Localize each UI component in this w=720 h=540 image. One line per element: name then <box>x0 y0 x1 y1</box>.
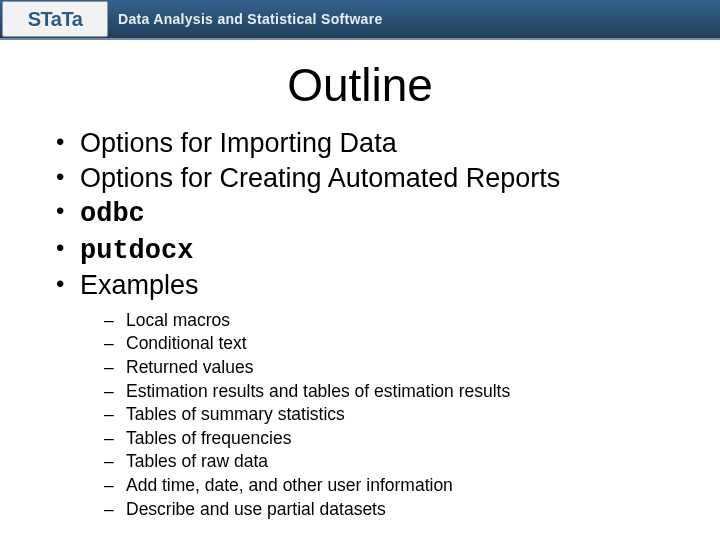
bullet-item: Options for Creating Automated Reports <box>52 161 680 196</box>
sub-item: Local macros <box>100 309 680 333</box>
bullet-item: odbc <box>52 195 680 232</box>
stata-logo-text: STaTa <box>28 8 83 31</box>
sub-item: Tables of frequencies <box>100 427 680 451</box>
sub-item: Add time, date, and other user informati… <box>100 474 680 498</box>
slide-body: Outline Options for Importing Data Optio… <box>0 40 720 521</box>
bullet-item: putdocx <box>52 232 680 269</box>
outline-sublist: Local macros Conditional text Returned v… <box>40 309 680 522</box>
outline-list: Options for Importing Data Options for C… <box>40 126 680 303</box>
code-text: odbc <box>80 199 145 229</box>
sub-item: Tables of raw data <box>100 450 680 474</box>
sub-item: Tables of summary statistics <box>100 403 680 427</box>
stata-logo: STaTa <box>2 1 108 37</box>
sub-item: Conditional text <box>100 332 680 356</box>
sub-item: Estimation results and tables of estimat… <box>100 380 680 404</box>
bullet-item: Examples <box>52 268 680 303</box>
header-banner: STaTa Data Analysis and Statistical Soft… <box>0 0 720 40</box>
code-text: putdocx <box>80 236 193 266</box>
tagline-text: Data Analysis and Statistical Software <box>118 11 383 27</box>
sub-item: Describe and use partial datasets <box>100 498 680 522</box>
sub-item: Returned values <box>100 356 680 380</box>
slide-title: Outline <box>40 58 680 112</box>
bullet-item: Options for Importing Data <box>52 126 680 161</box>
